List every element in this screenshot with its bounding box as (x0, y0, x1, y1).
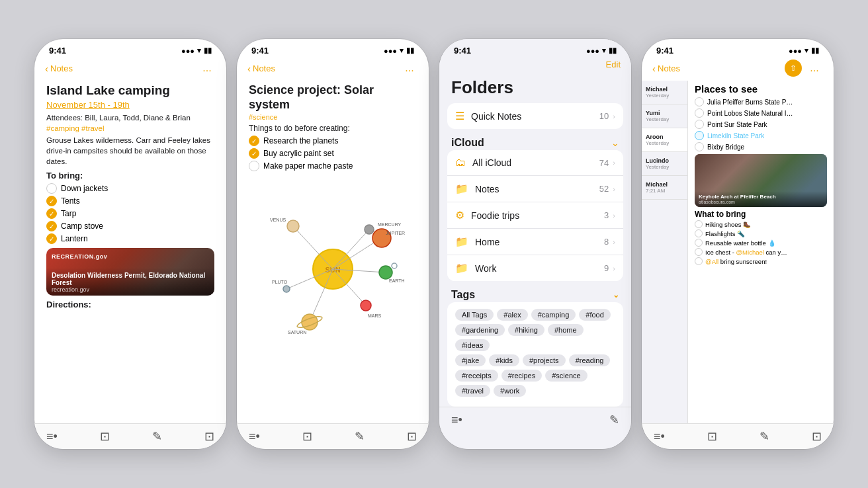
back-button-1[interactable]: ‹ Notes (45, 63, 73, 74)
folder-name-1: Notes (475, 184, 599, 194)
check-1[interactable]: ✓ (46, 196, 57, 206)
sidebar-item-1[interactable]: Yumi Yesterday (642, 104, 687, 128)
wtb-circle-1[interactable] (695, 229, 703, 237)
share-button-4[interactable]: ⇧ (785, 60, 802, 77)
compose-icon-3[interactable]: ✎ (609, 413, 619, 427)
wtb-circle-4[interactable] (695, 257, 703, 265)
place-circle-1[interactable] (695, 108, 704, 118)
tag-0-0[interactable]: All Tags (455, 309, 494, 321)
checklist-item-1[interactable]: ✓ Tents (46, 196, 214, 206)
task-0[interactable]: ✓ Research the planets (249, 136, 417, 146)
tag-2-1[interactable]: #kids (489, 354, 519, 366)
compose-icon-2[interactable]: ⊡ (407, 429, 417, 444)
phone-4: 9:41 ●●● ▾ ▮▮ ‹ Notes ⇧ ... (642, 39, 834, 449)
task-check-0[interactable]: ✓ (249, 136, 259, 146)
tag-1-3[interactable]: #ideas (455, 339, 490, 351)
sidebar-item-3[interactable]: Lucindo Yesterday (642, 152, 687, 176)
pen-icon-2[interactable]: ✎ (355, 429, 365, 444)
wtb-circle-2[interactable] (695, 239, 703, 247)
list-icon-4[interactable]: ≡• (654, 430, 665, 444)
folder-chevron-2: › (613, 212, 615, 220)
camera-icon-2[interactable]: ⊡ (302, 429, 312, 444)
task-check-1[interactable]: ✓ (249, 148, 259, 159)
tag-0-1[interactable]: #alex (497, 309, 527, 321)
more-button-1[interactable]: ... (198, 60, 216, 77)
svg-line-5 (293, 226, 333, 269)
list-icon-3[interactable]: ≡• (451, 413, 462, 427)
camera-icon-1[interactable]: ⊡ (100, 429, 110, 444)
more-button-4[interactable]: ... (806, 60, 823, 77)
tags-row-1: #gardening #hiking #home #ideas (455, 324, 615, 351)
list-icon-1[interactable]: ≡• (46, 430, 58, 444)
svg-text:VENUS: VENUS (270, 218, 286, 222)
task-1[interactable]: ✓ Buy acrylic paint set (249, 148, 417, 159)
folder-item-4[interactable]: 📁 Work 9 › (447, 255, 623, 281)
sender-0: Michael (646, 86, 683, 93)
wtb-circle-0[interactable] (695, 220, 703, 228)
svg-text:JUPITER: JUPITER (386, 231, 405, 235)
tag-1-2[interactable]: #home (548, 324, 584, 336)
tags-toggle[interactable]: ⌄ (613, 290, 619, 300)
more-button-2[interactable]: ... (401, 60, 418, 77)
task-check-2[interactable] (249, 161, 259, 171)
tag-2-2[interactable]: #projects (523, 354, 566, 366)
status-bar-3: 9:41 ●●● ▾ ▮▮ (439, 39, 631, 58)
places-title: Places to see (695, 83, 827, 95)
folder-item-3[interactable]: 📁 Home 8 › (447, 229, 623, 255)
p4-sidebar: Michael Yesterday Yumi Yesterday Aroon Y… (642, 81, 688, 423)
place-circle-4[interactable] (695, 142, 704, 151)
folder-item-1[interactable]: 📁 Notes 52 › (447, 176, 623, 202)
edit-button-3[interactable]: Edit (606, 60, 621, 69)
tag-0-2[interactable]: #camping (531, 309, 576, 321)
folder-item-2[interactable]: ⚙ Foodie trips 3 › (447, 202, 623, 229)
icloud-toggle[interactable]: ⌄ (611, 138, 619, 148)
compose-icon-1[interactable]: ⊡ (204, 429, 214, 444)
tag-4-0[interactable]: #travel (455, 385, 490, 397)
tag-1-0[interactable]: #gardening (455, 324, 505, 336)
place-circle-3[interactable] (695, 131, 704, 140)
check-0[interactable] (46, 183, 57, 194)
place-circle-0[interactable] (695, 97, 704, 106)
tag-1-1[interactable]: #hiking (508, 324, 544, 336)
svg-text:SATURN: SATURN (288, 330, 306, 335)
status-bar-4: 9:41 ●●● ▾ ▮▮ (642, 39, 834, 58)
back-button-2[interactable]: ‹ Notes (247, 63, 275, 74)
quick-notes-item[interactable]: ☰ Quick Notes 10 › (447, 103, 623, 129)
sidebar-item-4[interactable]: Michael 7:21 AM (642, 176, 687, 200)
tag-2-3[interactable]: #reading (569, 354, 611, 366)
when-0: Yesterday (646, 93, 683, 99)
checklist-item-3[interactable]: ✓ Camp stove (46, 221, 214, 231)
checklist-item-4[interactable]: ✓ Lantern (46, 233, 214, 244)
pen-icon-1[interactable]: ✎ (152, 429, 162, 444)
wtb-circle-3[interactable] (695, 248, 703, 256)
solar-system-diagram: SUN MERCURY VENUS EARTH (249, 177, 417, 362)
sender-2: Aroon (646, 134, 683, 140)
check-4[interactable]: ✓ (46, 233, 57, 244)
tag-4-1[interactable]: #work (494, 385, 526, 397)
tags-1: #camping #travel (46, 124, 214, 132)
check-3[interactable]: ✓ (46, 221, 57, 231)
checklist-item-0[interactable]: Down jackets (46, 183, 214, 194)
pen-icon-4[interactable]: ✎ (760, 429, 769, 444)
check-2[interactable]: ✓ (46, 208, 57, 219)
sidebar-item-0[interactable]: Michael Yesterday (642, 81, 687, 104)
folder-item-0[interactable]: 🗂 All iCloud 74 › (447, 150, 623, 176)
sidebar-item-2[interactable]: Aroon Yesterday (642, 128, 687, 152)
tag-3-2[interactable]: #science (545, 370, 587, 382)
back-arrow-2: ‹ (247, 63, 251, 74)
wifi-icon-3: ▾ (602, 46, 606, 55)
task-2[interactable]: Make paper mache paste (249, 161, 417, 171)
checklist-item-2[interactable]: ✓ Tarp (46, 208, 214, 219)
place-circle-2[interactable] (695, 120, 704, 129)
list-icon-2[interactable]: ≡• (249, 430, 260, 444)
folder-icon-0: 🗂 (455, 157, 466, 169)
tag-3-0[interactable]: #receipts (455, 370, 498, 382)
time-3: 9:41 (454, 46, 471, 56)
tag-3-1[interactable]: #recipes (501, 370, 542, 382)
compose-icon-4[interactable]: ⊡ (812, 429, 822, 444)
camera-icon-4[interactable]: ⊡ (707, 429, 717, 444)
back-button-4[interactable]: ‹ Notes (652, 63, 680, 74)
p4-photo-title: Keyhole Arch at Pfeiffer Beach (699, 194, 823, 200)
tag-2-0[interactable]: #jake (455, 354, 486, 366)
tag-0-3[interactable]: #food (579, 309, 611, 321)
